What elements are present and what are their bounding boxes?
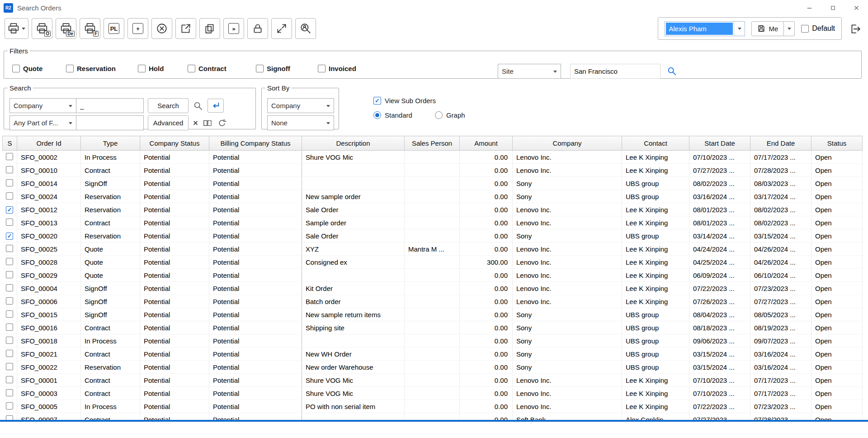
close-button[interactable] [844,0,868,15]
cancel-order-button[interactable] [151,18,172,39]
me-button[interactable]: Me [751,21,784,36]
user-combo-caret[interactable] [734,22,745,36]
table-row[interactable]: SFO_00024ReservationPotentialPotentialNe… [3,190,863,203]
filter-hold[interactable]: Hold [138,65,188,72]
table-row[interactable]: SFO_00029QuotePotentialPotential0.00Leno… [3,269,863,282]
row-select-checkbox[interactable] [6,376,13,383]
table-row[interactable]: SFO_00001ContractPotentialPotentialShure… [3,374,863,387]
row-select-checkbox[interactable] [6,284,13,291]
search-query2-input[interactable] [76,115,144,130]
orders-table-wrap[interactable]: SOrder IdTypeCompany StatusBilling Compa… [2,136,864,420]
expand-button[interactable] [271,18,292,39]
filter-invoiced[interactable]: Invoiced [318,65,356,72]
table-row[interactable]: SFO_00005In ProcessPotentialPotentialPO … [3,400,863,413]
row-select-checkbox[interactable] [6,153,13,160]
print-button[interactable] [5,18,28,39]
signoff-checkbox[interactable] [256,65,264,72]
table-row[interactable]: ✓SFO_00020ReservationPotentialPotentialS… [3,229,863,243]
quote-checkbox[interactable] [12,65,20,72]
site-select[interactable]: Site [498,64,561,79]
column-header-end_date[interactable]: End Date [750,136,811,151]
table-row[interactable]: SFO_00014SignOffPotentialPotential0.00So… [3,177,863,190]
column-header-status[interactable]: Status [811,136,863,151]
search-button[interactable]: Search [148,98,189,113]
table-row[interactable]: SFO_00022ReservationPotentialPotentialNe… [3,361,863,374]
view-sub-orders-checkbox[interactable]: ✓ [373,97,381,105]
table-row[interactable]: SFO_00013ContractPotentialPotentialSampl… [3,216,863,229]
sort-primary-select[interactable]: Company [267,98,334,113]
copy-button[interactable] [199,18,220,39]
add-button[interactable]: + [127,18,148,39]
table-row[interactable]: SFO_00021ContractPotentialPotentialNew W… [3,348,863,361]
table-row[interactable]: SFO_00016ContractPotentialPotentialShipp… [3,321,863,334]
hold-checkbox[interactable] [138,65,146,72]
table-row[interactable]: SFO_00010ContractPotentialPotential0.00L… [3,164,863,177]
column-header-company[interactable]: Company [513,136,622,151]
site-search-input[interactable] [570,64,660,79]
graph-radio[interactable] [435,111,443,119]
row-select-checkbox[interactable]: ✓ [6,206,13,214]
print-form-button[interactable]: F [80,18,100,39]
standard-radio[interactable] [373,111,381,119]
exit-button[interactable] [847,21,863,37]
row-select-checkbox[interactable] [6,415,13,420]
user-combo[interactable]: Alexis Pham [665,21,745,36]
print-delivery-button[interactable]: De [56,18,76,39]
reservation-checkbox[interactable] [66,65,74,72]
row-select-checkbox[interactable] [6,271,13,278]
row-select-checkbox[interactable] [6,166,13,173]
table-row[interactable]: SFO_00018In ProcessPotentialPotential0.0… [3,334,863,348]
column-header-order_id[interactable]: Order Id [17,136,81,151]
run-search-button[interactable] [208,99,224,113]
row-select-checkbox[interactable] [6,389,13,396]
bottom-scroll-edge[interactable] [0,420,868,422]
table-row[interactable]: SFO_00015SignOffPotentialPotentialNew sa… [3,308,863,321]
site-search-icon[interactable] [667,66,677,78]
table-row[interactable]: SFO_00006SignOffPotentialPotentialBatch … [3,295,863,308]
minimize-button[interactable] [797,0,821,15]
table-row[interactable]: SFO_00002In ProcessPotentialPotentialShu… [3,151,863,164]
forward-button[interactable]: » [223,18,244,39]
filter-signoff[interactable]: Signoff [256,65,318,72]
row-select-checkbox[interactable] [6,402,13,409]
match-type-select[interactable]: Any Part of F... [9,115,76,130]
row-select-checkbox[interactable] [6,179,13,186]
column-header-company_status[interactable]: Company Status [140,136,209,151]
column-header-start_date[interactable]: Start Date [689,136,750,151]
row-select-checkbox[interactable] [6,219,13,226]
row-select-checkbox[interactable] [6,297,13,305]
sort-secondary-select[interactable]: None [267,115,334,130]
contract-checkbox[interactable] [188,65,195,72]
filter-quote[interactable]: Quote [12,65,66,72]
pick-list-button[interactable]: PL [104,18,124,39]
row-select-checkbox[interactable] [6,192,13,200]
column-header-s[interactable]: S [3,136,17,151]
view-sub-orders-option[interactable]: ✓ View Sub Orders [373,97,465,105]
column-header-amount[interactable]: Amount [460,136,513,151]
advanced-button[interactable]: Advanced [148,115,189,130]
search-field-select[interactable]: Company [9,98,76,113]
column-header-billing_company_status[interactable]: Billing Company Status [209,136,302,151]
row-select-checkbox[interactable] [6,258,13,265]
column-header-type[interactable]: Type [81,136,140,151]
flip-panes-icon[interactable] [203,118,212,128]
clear-search-icon[interactable]: × [193,118,198,128]
invoiced-checkbox[interactable] [318,65,326,72]
default-option[interactable]: Default [801,24,835,33]
maximize-button[interactable] [821,0,844,15]
find-user-button[interactable] [295,18,316,39]
search-magnifier-icon[interactable] [193,101,203,111]
row-select-checkbox[interactable] [6,310,13,318]
table-row[interactable]: ✓SFO_00012ReservationPotentialPotentialS… [3,203,863,216]
table-row[interactable]: SFO_00003ContractPotentialPotentialShure… [3,387,863,400]
table-row[interactable]: SFO_00028QuotePotentialPotentialConsigne… [3,256,863,269]
table-row[interactable]: SFO_00007ContractPotentialPotential0.00S… [3,413,863,420]
table-row[interactable]: SFO_00025QuotePotentialPotentialXYZMantr… [3,243,863,256]
row-select-checkbox[interactable] [6,350,13,357]
table-row[interactable]: SFO_00004SignOffPotentialPotentialKit Or… [3,282,863,295]
row-select-checkbox[interactable] [6,363,13,370]
print-order-button[interactable]: O [32,18,52,39]
search-query-input[interactable] [76,98,144,113]
export-button[interactable] [175,18,196,39]
filter-contract[interactable]: Contract [188,65,256,72]
